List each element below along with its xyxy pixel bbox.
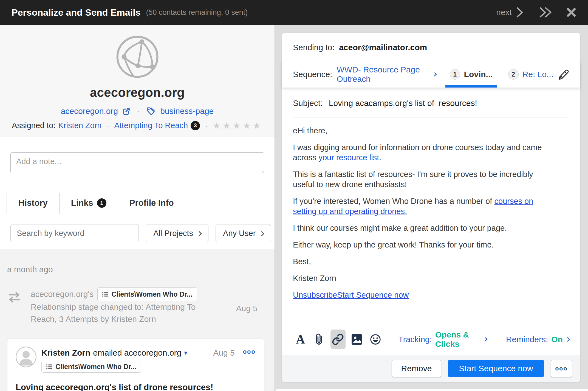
- chevron-right-icon: [197, 231, 202, 236]
- more-actions-menu[interactable]: ooo: [243, 348, 256, 355]
- email-text: If you’re interested, Women Who Drone ha…: [293, 197, 494, 206]
- sequence-label: Sequence:: [293, 70, 332, 79]
- chevron-right-icon: [565, 337, 570, 342]
- next-label: next: [496, 8, 512, 17]
- personalize-send-emails-window: Personalize and Send Emails (50 contacts…: [0, 0, 588, 391]
- project-chip[interactable]: Clients\Women Who Dr...: [97, 287, 197, 301]
- email-editor[interactable]: Subject: Loving acacamps.org's list of r…: [282, 88, 580, 327]
- relationship-change-icon: [7, 287, 31, 325]
- insert-emoji-button[interactable]: [368, 330, 383, 349]
- chevron-right-icon: [432, 72, 437, 77]
- sequence-bar: Sequence: WWD- Resource Page Outreach 1 …: [282, 61, 580, 88]
- filter-user-dropdown[interactable]: Any User: [216, 224, 271, 242]
- reminders-value[interactable]: On: [551, 335, 563, 344]
- remove-button[interactable]: Remove: [392, 360, 442, 377]
- project-chip[interactable]: Clients\Women Who Dr...: [41, 361, 141, 373]
- reminders-label: Reminders:: [506, 335, 548, 344]
- sequence-step-2[interactable]: 2 Re: Lo...: [504, 61, 558, 88]
- sequence-step-1[interactable]: 1 Lovin...: [445, 61, 497, 88]
- email-paragraph: eHi there,: [293, 126, 556, 136]
- attach-file-button[interactable]: [312, 330, 327, 349]
- email-paragraph: I think our courses might make a great a…: [293, 223, 556, 233]
- dot-separator: ·: [135, 106, 142, 116]
- external-link-icon[interactable]: [122, 107, 131, 115]
- email-inline-link[interactable]: your resource list.: [318, 153, 381, 162]
- tab-history[interactable]: History: [7, 192, 60, 214]
- email-subject: Loving acecoregon.org's list of drone re…: [16, 382, 256, 391]
- email-text: Either way, keep up the great work! Than…: [293, 240, 494, 249]
- edit-sequence-button[interactable]: [558, 69, 569, 80]
- recipient-email: aceor@mailinator.com: [339, 43, 427, 52]
- star-rating[interactable]: ★★★★★: [213, 120, 263, 131]
- step-number: 1: [450, 69, 460, 80]
- skip-forward-button[interactable]: [539, 7, 553, 18]
- filter-projects-dropdown[interactable]: All Projects: [146, 224, 208, 242]
- email-paragraph: This is a fantastic list of resources- I…: [293, 169, 556, 190]
- smiley-icon: [369, 333, 381, 345]
- close-button[interactable]: [566, 7, 576, 18]
- website-globe-icon: [115, 35, 160, 79]
- double-chevron-icon: [539, 7, 553, 18]
- more-options-button[interactable]: ooo: [551, 360, 572, 377]
- top-bar: Personalize and Send Emails (50 contacts…: [0, 0, 588, 25]
- dot-separator: ·: [104, 121, 111, 130]
- sequence-name-link[interactable]: WWD- Resource Page Outreach: [337, 65, 436, 84]
- subject-label: Subject:: [293, 99, 323, 108]
- tag-link[interactable]: business-page: [160, 106, 214, 116]
- history-search-input[interactable]: [10, 224, 139, 242]
- email-text: Kristen Zorn: [293, 274, 336, 283]
- relationship-stage-link[interactable]: Attempting To Reach: [114, 121, 188, 130]
- email-text: This is a fantastic list of resources- I…: [293, 170, 533, 189]
- contact-name: acecoregon.org: [0, 85, 275, 100]
- chevron-right-icon: [259, 231, 264, 236]
- activity-item: acecoregon.org's Clients\Women Who Dr...…: [7, 287, 275, 325]
- assigned-label: Assigned to:: [12, 121, 56, 130]
- dot-separator: ·: [203, 121, 210, 130]
- close-icon: [566, 7, 576, 18]
- history-timeline: a month ago acecoregon.org's Clients\Wom…: [0, 249, 275, 391]
- email-paragraph: I was digging around for information on …: [293, 142, 556, 163]
- image-icon: [350, 333, 363, 346]
- tracking-label: Tracking:: [398, 335, 432, 344]
- chevron-right-icon: [483, 337, 487, 341]
- tag-icon: [146, 107, 156, 115]
- font-style-button[interactable]: A: [293, 330, 308, 349]
- paperclip-icon: [314, 333, 325, 346]
- email-history-card[interactable]: Kristen Zorn emailed acecoregon.org ▾ Cl…: [7, 339, 264, 391]
- chevron-down-icon[interactable]: ▾: [184, 349, 187, 357]
- step-label: Lovin...: [464, 70, 493, 79]
- start-sequence-button[interactable]: Start Sequence now: [448, 360, 544, 377]
- email-inline-link[interactable]: UnsubscribeStart Sequence now: [293, 291, 409, 299]
- insert-link-button[interactable]: [330, 330, 346, 349]
- list-icon: [46, 364, 53, 370]
- assigned-user-link[interactable]: Kristen Zorn: [58, 121, 102, 130]
- email-paragraph: Best,: [293, 257, 556, 267]
- email-composer-panel: Sending to: aceor@mailinator.com Sequenc…: [276, 25, 588, 391]
- email-date: Aug 5: [213, 348, 234, 358]
- contacts-remaining-status: (50 contacts remaining, 0 sent): [146, 8, 248, 17]
- subject-value[interactable]: Loving acacamps.org's list of resources!: [329, 99, 477, 108]
- stage-attempts-badge: 3: [191, 121, 200, 130]
- timeline-group-label: a month ago: [7, 265, 275, 274]
- contact-hero: acecoregon.org acecoregon.org · business…: [0, 25, 275, 137]
- tab-profile-info[interactable]: Profile Info: [118, 192, 185, 214]
- sending-to-label: Sending to:: [293, 43, 335, 52]
- email-body[interactable]: eHi there,I was digging around for infor…: [293, 117, 569, 300]
- email-text: I think our courses might make a great a…: [293, 224, 507, 232]
- links-count-badge: 1: [97, 198, 106, 208]
- pencil-icon: [558, 69, 569, 80]
- activity-date: Aug 5: [236, 287, 258, 325]
- tab-links[interactable]: Links 1: [60, 192, 118, 214]
- insert-image-button[interactable]: [349, 330, 364, 349]
- email-paragraph: Either way, keep up the great work! Than…: [293, 240, 556, 250]
- add-note-input[interactable]: [10, 152, 264, 173]
- link-icon: [332, 333, 344, 345]
- website-link[interactable]: acecoregon.org: [61, 106, 118, 116]
- email-text: Best,: [293, 257, 311, 266]
- next-contact-button[interactable]: [516, 7, 524, 18]
- tracking-value[interactable]: Opens & Clicks: [435, 330, 481, 349]
- email-paragraph: UnsubscribeStart Sequence now: [293, 290, 556, 300]
- next-contact-preview: [276, 389, 588, 391]
- contact-detail-panel: acecoregon.org acecoregon.org · business…: [0, 25, 275, 391]
- composer-card: Sending to: aceor@mailinator.com Sequenc…: [282, 33, 580, 382]
